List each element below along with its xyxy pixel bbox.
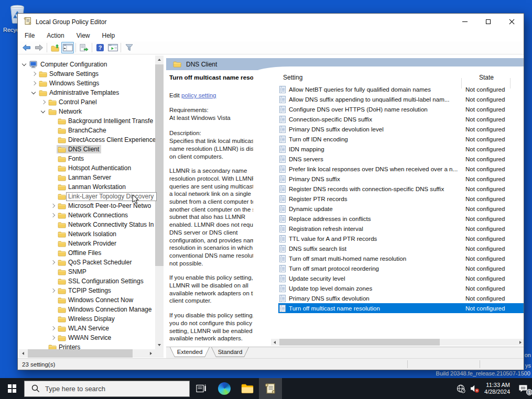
tree-expander-icon[interactable] [49,268,57,275]
tree-item[interactable]: Offline Files [19,248,164,258]
tree-item[interactable]: Windows Connection Manage [19,305,164,314]
tree-expander-icon[interactable] [49,278,57,285]
tree-item[interactable]: Control Panel [19,97,164,107]
setting-row[interactable]: Allow DNS suffix appending to unqualifie… [278,94,524,104]
tab-standard[interactable]: Standard [211,347,249,357]
search-input[interactable] [44,384,175,393]
scroll-left-button[interactable] [271,339,278,346]
setting-row[interactable]: Turn off smart multi-homed name resoluti… [278,253,524,263]
scroll-up-button[interactable] [155,56,164,64]
tree-item[interactable]: WWAN Service [19,333,164,342]
forward-button[interactable] [32,42,45,53]
tree-item[interactable]: Network Isolation [19,229,164,239]
tree-item[interactable]: Link-Layer Topology Discovery [19,192,164,201]
tree-item[interactable]: Computer Configuration [19,60,164,69]
tree-horizontal-scrollbar[interactable] [19,349,155,358]
tree-item[interactable]: Lanman Server [19,173,164,182]
menu-action[interactable]: Action [45,31,66,40]
tree-expander-icon[interactable] [49,136,57,143]
tree-item[interactable]: Windows Settings [19,79,164,88]
tree-expander-icon[interactable] [49,296,57,304]
tree-item[interactable]: TCPIP Settings [19,286,164,295]
tree-item[interactable]: Microsoft Peer-to-Peer Netwo [19,201,164,210]
menu-help[interactable]: Help [100,31,117,40]
tab-extended[interactable]: Extended [170,347,210,357]
scroll-right-button[interactable] [517,339,524,346]
tree-expander-icon[interactable] [49,155,57,162]
scroll-left-button[interactable] [19,349,27,358]
tree-expander-icon[interactable] [49,193,57,200]
tree-expander-icon[interactable] [21,61,28,68]
up-one-level-button[interactable] [49,42,61,53]
tree-expander-icon[interactable] [49,127,57,134]
tree-expander-icon[interactable] [30,70,38,77]
tree-item[interactable]: Fonts [19,154,164,163]
edit-policy-setting-link[interactable]: policy setting [181,92,216,98]
start-button[interactable] [0,378,24,399]
setting-row[interactable]: Replace addresses in conflicts Not confi… [278,214,524,224]
setting-row[interactable]: Configure DNS over HTTPS (DoH) name reso… [278,104,524,114]
tree-expander-icon[interactable] [49,146,57,153]
volume-button[interactable] [468,378,481,399]
export-list-button[interactable] [78,42,90,53]
setting-row[interactable]: Allow NetBT queries for fully qualified … [278,84,524,94]
setting-row[interactable]: Update top level domain zones Not config… [278,283,524,293]
setting-row[interactable]: Primary DNS suffix devolution level Not … [278,124,524,134]
tree-item[interactable]: DNS Client [19,145,164,154]
setting-row[interactable]: Turn off multicast name resolution Not c… [278,303,524,313]
taskbar-search[interactable] [24,381,190,397]
tree-expander-icon[interactable] [49,287,57,294]
setting-row[interactable]: Registration refresh interval Not config… [278,224,524,234]
tree-item[interactable]: QoS Packet Scheduler [19,258,164,267]
tree-item[interactable]: Wireless Display [19,314,164,324]
tree-expander-icon[interactable] [49,240,57,247]
filter-button[interactable] [123,42,135,53]
tree-expander-icon[interactable] [49,249,57,257]
show-window-properties-button[interactable] [106,42,119,53]
column-header-setting[interactable]: Setting [283,74,302,81]
tree-expander-icon[interactable] [49,334,57,341]
file-explorer-button[interactable] [236,378,259,399]
scroll-thumb[interactable] [279,339,440,346]
title-bar[interactable]: Local Group Policy Editor [18,14,524,30]
tree-expander-icon[interactable] [49,174,57,181]
scroll-thumb[interactable] [155,64,164,266]
task-view-button[interactable] [190,378,213,399]
tree-expander-icon[interactable] [49,183,57,191]
setting-row[interactable]: Turn off IDN encoding Not configured [278,134,524,144]
tree-expander-icon[interactable] [40,108,47,115]
help-button[interactable]: ? [94,42,106,53]
maximize-button[interactable] [476,14,500,30]
setting-row[interactable]: Turn off smart protocol reordering Not c… [278,263,524,273]
setting-row[interactable]: DNS suffix search list Not configured [278,243,524,253]
tree-item[interactable]: Lanman Workstation [19,182,164,192]
tree-item[interactable]: SSL Configuration Settings [19,276,164,286]
tree-item[interactable]: Network [19,107,164,116]
tree-item[interactable]: BranchCache [19,126,164,135]
tree-item[interactable]: Windows Connect Now [19,295,164,305]
menu-view[interactable]: View [74,31,92,40]
scroll-down-button[interactable] [155,341,164,349]
setting-row[interactable]: Register DNS records with connection-spe… [278,184,524,194]
setting-row[interactable]: Primary DNS suffix Not configured [278,174,524,184]
taskbar-clock[interactable]: 11:33 AM 4/28/2024 [484,382,510,395]
tree-item[interactable]: Software Settings [19,69,164,79]
scroll-thumb[interactable] [28,349,133,358]
list-horizontal-scrollbar[interactable] [271,339,524,346]
tree-item[interactable]: DirectAccess Client Experience [19,135,164,145]
action-center-button[interactable]: 1 [514,378,532,399]
minimize-button[interactable] [453,14,476,30]
tree-expander-icon[interactable] [49,164,57,172]
back-button[interactable] [20,42,32,53]
setting-row[interactable]: Prefer link local responses over DNS whe… [278,164,524,174]
tree-item[interactable]: WLAN Service [19,324,164,333]
setting-row[interactable]: Dynamic update Not configured [278,204,524,214]
close-button[interactable] [500,14,524,30]
setting-row[interactable]: DNS servers Not configured [278,154,524,164]
tree-expander-icon[interactable] [30,80,38,87]
tree-item[interactable]: Administrative Templates [19,88,164,97]
menu-file[interactable]: File [23,31,37,40]
gpedit-taskbar-button[interactable] [259,378,282,399]
edge-browser-button[interactable] [213,378,236,399]
tree-expander-icon[interactable] [49,221,57,228]
